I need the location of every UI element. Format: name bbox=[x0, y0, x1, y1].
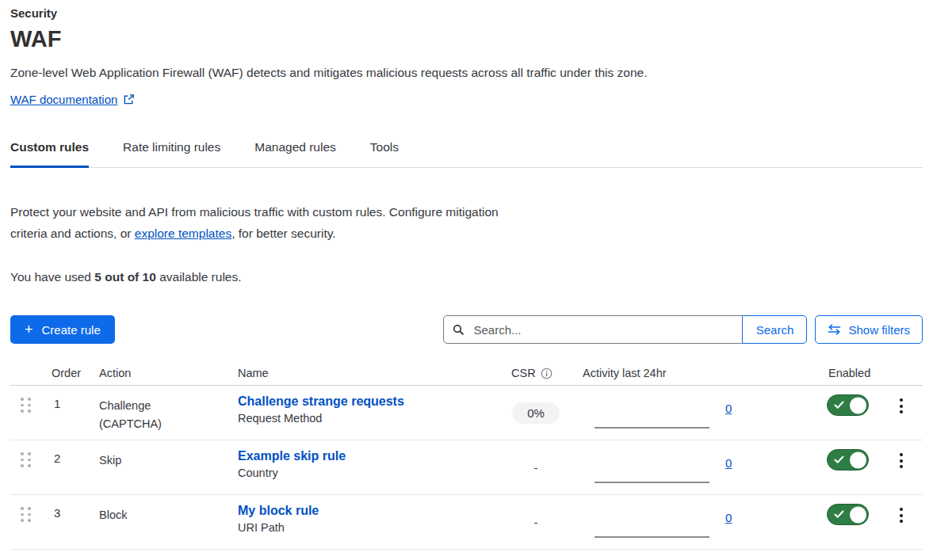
rule-enabled-cell bbox=[818, 449, 880, 470]
intro-line2-after: , for better security. bbox=[231, 227, 336, 240]
tab-tools[interactable]: Tools bbox=[370, 131, 399, 168]
rule-field: Request Method bbox=[238, 412, 499, 425]
page-title: WAF bbox=[10, 25, 923, 52]
rule-name-link[interactable]: My block rule bbox=[238, 504, 319, 518]
activity-count-link[interactable]: 0 bbox=[725, 456, 732, 470]
enabled-toggle[interactable] bbox=[827, 504, 869, 525]
activity-count-link[interactable]: 0 bbox=[725, 402, 732, 415]
column-header-action: Action bbox=[89, 367, 228, 379]
table-header-row: Order Action Name CSR Activity last 24hr… bbox=[10, 361, 923, 386]
table-row: 2 Skip Example skip rule Country - 0 bbox=[10, 440, 923, 495]
search-icon bbox=[453, 324, 465, 336]
activity-count-link[interactable]: 0 bbox=[725, 511, 732, 524]
enabled-toggle[interactable] bbox=[827, 449, 869, 470]
swap-arrows-icon bbox=[828, 324, 841, 335]
show-filters-label: Show filters bbox=[848, 323, 910, 337]
usage-prefix: You have used bbox=[10, 270, 94, 284]
toggle-knob bbox=[850, 397, 866, 413]
tab-custom-rules[interactable]: Custom rules bbox=[10, 131, 89, 168]
column-header-name: Name bbox=[228, 367, 499, 379]
column-header-order: Order bbox=[41, 367, 89, 379]
column-header-csr: CSR bbox=[499, 367, 572, 379]
page-description: Zone-level Web Application Firewall (WAF… bbox=[10, 65, 923, 80]
create-rule-label: Create rule bbox=[42, 323, 101, 337]
rule-csr-cell: - bbox=[499, 516, 572, 529]
table-row: 1 Challenge (CAPTCHA) Challenge strange … bbox=[10, 386, 923, 440]
custom-rules-intro: Protect your website and API from malici… bbox=[10, 201, 923, 244]
rule-csr-cell: 0% bbox=[499, 402, 572, 424]
rule-name-link[interactable]: Example skip rule bbox=[238, 449, 346, 463]
tab-managed-rules[interactable]: Managed rules bbox=[254, 131, 336, 168]
rule-name-link[interactable]: Challenge strange requests bbox=[238, 394, 404, 409]
table-row: 3 Block My block rule URI Path - 0 bbox=[10, 495, 923, 550]
csr-badge: 0% bbox=[512, 402, 560, 424]
intro-line2-before: criteria and actions, or bbox=[10, 227, 135, 240]
info-icon[interactable] bbox=[541, 368, 553, 379]
csr-label: CSR bbox=[511, 367, 536, 379]
drag-handle-icon[interactable] bbox=[19, 396, 33, 414]
toggle-knob bbox=[850, 506, 866, 523]
column-header-activity: Activity last 24hr bbox=[572, 367, 818, 379]
rule-action: Challenge (CAPTCHA) bbox=[89, 386, 182, 433]
create-rule-button[interactable]: + Create rule bbox=[10, 315, 115, 344]
rule-field: Country bbox=[238, 467, 499, 479]
custom-rules-table: Order Action Name CSR Activity last 24hr… bbox=[10, 361, 923, 550]
search-input[interactable] bbox=[472, 322, 733, 337]
rule-name-cell: Challenge strange requests Request Metho… bbox=[228, 386, 499, 425]
enabled-toggle[interactable] bbox=[827, 394, 869, 416]
external-link-icon bbox=[123, 93, 135, 105]
rule-field: URI Path bbox=[238, 521, 499, 534]
activity-sparkline bbox=[595, 427, 709, 429]
rule-name-cell: Example skip rule Country bbox=[228, 440, 499, 479]
rule-enabled-cell bbox=[818, 504, 880, 525]
drag-handle-icon[interactable] bbox=[19, 505, 33, 524]
waf-page: Security WAF Zone-level Web Application … bbox=[0, 0, 933, 550]
search-button[interactable]: Search bbox=[742, 315, 807, 344]
csr-value: - bbox=[534, 461, 538, 474]
activity-sparkline bbox=[595, 482, 709, 483]
check-icon bbox=[834, 510, 844, 519]
rule-activity-cell: 0 bbox=[572, 495, 818, 549]
rule-order: 3 bbox=[41, 495, 89, 520]
rule-menu-cell bbox=[892, 395, 911, 417]
check-icon bbox=[834, 455, 844, 464]
intro-line1: Protect your website and API from malici… bbox=[10, 205, 499, 219]
rule-order: 1 bbox=[41, 386, 89, 410]
plus-icon: + bbox=[25, 322, 33, 337]
rule-activity-cell: 0 bbox=[572, 440, 818, 494]
rule-activity-cell: 0 bbox=[572, 386, 818, 440]
rule-menu-cell bbox=[892, 450, 911, 471]
waf-documentation-link[interactable]: WAF documentation bbox=[10, 93, 135, 106]
activity-sparkline bbox=[595, 536, 709, 538]
check-icon bbox=[834, 401, 844, 410]
drag-handle-icon[interactable] bbox=[19, 451, 33, 469]
toggle-knob bbox=[850, 451, 866, 468]
rule-menu-cell bbox=[892, 505, 911, 526]
search-group: Search Show filters bbox=[443, 315, 923, 344]
show-filters-button[interactable]: Show filters bbox=[815, 315, 923, 344]
usage-count: 5 out of 10 bbox=[94, 270, 156, 284]
rule-csr-cell: - bbox=[499, 461, 572, 474]
csr-value: - bbox=[534, 516, 538, 529]
explore-templates-link[interactable]: explore templates bbox=[135, 227, 231, 240]
tab-rate-limiting-rules[interactable]: Rate limiting rules bbox=[123, 131, 220, 168]
rule-enabled-cell bbox=[818, 394, 880, 416]
rule-name-cell: My block rule URI Path bbox=[228, 495, 499, 534]
kebab-menu-icon[interactable] bbox=[892, 395, 911, 417]
waf-documentation-label: WAF documentation bbox=[10, 93, 117, 106]
tab-bar: Custom rules Rate limiting rules Managed… bbox=[10, 131, 923, 168]
column-header-enabled: Enabled bbox=[818, 367, 880, 379]
rule-action: Skip bbox=[89, 440, 182, 470]
rules-usage-text: You have used 5 out of 10 available rule… bbox=[10, 270, 923, 284]
rule-order: 2 bbox=[41, 440, 89, 465]
rule-action: Block bbox=[89, 495, 182, 524]
kebab-menu-icon[interactable] bbox=[892, 450, 911, 471]
breadcrumb-security: Security bbox=[10, 6, 923, 20]
rules-toolbar: + Create rule Search Show filters bbox=[10, 315, 923, 344]
search-input-wrap bbox=[443, 315, 743, 344]
kebab-menu-icon[interactable] bbox=[892, 505, 911, 526]
usage-suffix: available rules. bbox=[156, 270, 242, 284]
